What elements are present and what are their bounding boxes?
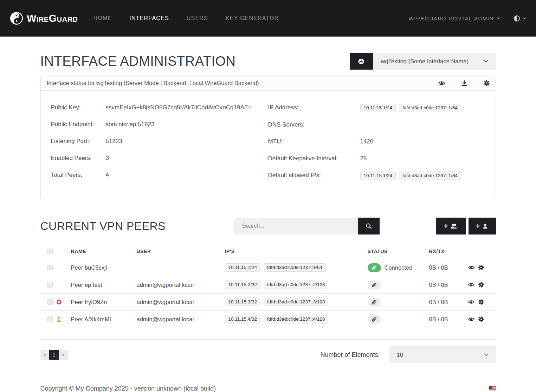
field-label: DNS Servers: <box>268 121 360 129</box>
view-peer-button[interactable] <box>468 264 474 271</box>
edit-peer-button[interactable] <box>478 316 484 322</box>
rxtx-value: 0B / 0B <box>429 316 468 323</box>
total-peers-value: 4 <box>106 171 109 179</box>
table-row: Peer ep test admin@wgportal.local 10.11.… <box>40 276 496 294</box>
plus-sign: + <box>476 222 480 230</box>
ip-badge: 10.11.15.4/32 <box>225 315 261 323</box>
search-button[interactable] <box>358 218 380 234</box>
field-label: IP Address: <box>268 103 360 112</box>
pagination-next[interactable]: » <box>59 350 68 360</box>
ip-badge: fdfd:d3ad:c0de:1237::3/128 <box>264 298 328 306</box>
people-icon <box>450 223 458 230</box>
peer-name: Peer ep test <box>71 282 137 288</box>
rxtx-value: 0B / 0B <box>429 299 468 306</box>
copyright-text: Copyright © My Company 2025 - version un… <box>40 385 216 392</box>
view-config-button[interactable] <box>438 80 445 86</box>
col-header-status: STATUS <box>368 249 429 254</box>
edit-peer-button[interactable] <box>478 265 484 270</box>
peer-name: Peer fryiO9Zn <box>71 299 137 306</box>
nav-home[interactable]: HOME <box>93 15 112 21</box>
field-label: MTU: <box>268 137 360 146</box>
rxtx-value: 0B / 0B <box>429 264 468 271</box>
chevron-down-icon <box>483 58 489 64</box>
page-size-select[interactable]: 10 <box>389 346 496 363</box>
brand-logo[interactable]: WireGuard <box>10 12 78 25</box>
view-peer-button[interactable] <box>468 282 474 288</box>
table-row: Peer buC5cxjl 10.11.15.1/24fdfd:d3ad:c0d… <box>40 259 496 276</box>
pagination: « 1 » <box>40 350 68 360</box>
add-interface-button[interactable] <box>350 53 373 70</box>
add-multiple-peers-button[interactable]: + <box>436 218 466 234</box>
field-label: Public Key: <box>51 103 106 112</box>
download-config-button[interactable] <box>461 80 467 86</box>
row-checkbox[interactable] <box>47 282 53 288</box>
plus-sign: + <box>444 222 448 230</box>
ip-badge: 10.11.15.1/24 <box>360 172 396 180</box>
peer-name: Peer buC5cxjl <box>71 264 137 271</box>
search-icon <box>366 223 372 229</box>
theme-toggle-dropdown[interactable] <box>514 15 526 22</box>
row-checkbox[interactable] <box>47 265 53 270</box>
ip-badge: fdfd:d3ad:c0de:1237::1/64 <box>264 263 326 272</box>
public-key-value: ssvmEeIxG+k8jsNO5G7cq5r/Ak7IiCodAvOyoCg1… <box>106 103 252 112</box>
us-flag-icon[interactable] <box>489 386 496 391</box>
page-title: INTERFACE ADMINISTRATION <box>40 54 236 69</box>
chevron-down-icon <box>483 352 489 358</box>
nav-users[interactable]: USERS <box>187 15 208 21</box>
add-peer-button[interactable]: + <box>469 218 496 234</box>
pagination-page-1[interactable]: 1 <box>49 350 59 360</box>
view-peer-button[interactable] <box>468 316 474 322</box>
view-peer-button[interactable] <box>468 299 474 305</box>
select-all-checkbox[interactable] <box>47 249 53 254</box>
ip-badge: 10.11.15.1/24 <box>225 263 261 272</box>
field-label: Total Peers: <box>51 171 106 179</box>
user-menu-dropdown[interactable]: WIREGUARD PORTAL ADMIN <box>409 15 500 21</box>
listening-port-value: 51823 <box>106 137 122 146</box>
keepalive-value: 25 <box>360 154 367 163</box>
field-label: Public Endpoint: <box>51 120 106 129</box>
row-checkbox[interactable] <box>47 299 53 305</box>
peers-table: NAME USER IP'S STATUS RX/TX Peer buC5cxj… <box>40 244 496 340</box>
ip-badge: 10.11.15.2/32 <box>225 281 261 289</box>
ip-badge: 10.11.15.1/24 <box>360 104 396 112</box>
pagination-prev[interactable]: « <box>40 350 50 360</box>
mtu-value: 1420 <box>360 137 374 146</box>
row-checkbox[interactable] <box>47 316 53 322</box>
disconnected-unlink-icon <box>368 281 381 289</box>
rxtx-value: 0B / 0B <box>429 282 468 288</box>
ip-badge: fdfd:d3ad:c0de:1237::1/64 <box>399 104 461 112</box>
caret-down-icon <box>497 18 500 19</box>
public-endpoint-value: som.nicr.ep:51823 <box>106 120 155 129</box>
peer-user: admin@wgportal.local <box>137 282 225 288</box>
ip-badge: fdfd:d3ad:c0de:1237::4/128 <box>264 315 328 323</box>
wireguard-logo-icon <box>10 12 23 25</box>
disconnected-unlink-icon <box>368 298 381 307</box>
main-nav: HOME INTERFACES USERS KEY GENERATOR <box>93 15 279 21</box>
caret-down-icon <box>523 18 526 19</box>
field-label: Default allowed IPs: <box>268 171 360 180</box>
peer-name: Peer A/Xk4mML <box>71 316 137 323</box>
edit-peer-button[interactable] <box>478 299 484 305</box>
nav-key-generator[interactable]: KEY GENERATOR <box>226 15 279 21</box>
edit-interface-button[interactable] <box>484 80 490 86</box>
navbar: WireGuard HOME INTERFACES USERS KEY GENE… <box>0 0 536 37</box>
table-row: Peer A/Xk4mML admin@wgportal.local 10.11… <box>40 311 496 328</box>
edit-peer-button[interactable] <box>478 282 484 288</box>
search-input[interactable] <box>234 218 358 234</box>
col-header-name: NAME <box>71 249 137 254</box>
enabled-peers-value: 3 <box>106 154 109 162</box>
person-icon <box>482 223 488 229</box>
disconnected-unlink-icon <box>368 315 381 324</box>
interface-select-value: wgTesting (Some Interface Name) <box>381 58 469 65</box>
nav-interfaces[interactable]: INTERFACES <box>129 15 169 21</box>
ip-badge: fdfd:d3ad:c0de:1237::1/64 <box>399 172 461 180</box>
col-header-rxtx: RX/TX <box>429 249 468 254</box>
user-menu-label: WIREGUARD PORTAL ADMIN <box>409 15 494 21</box>
connected-link-icon <box>368 263 381 272</box>
field-label: Enabled Peers: <box>51 154 106 162</box>
field-label: Listening Port: <box>51 137 106 146</box>
peers-title: CURRENT VPN PEERS <box>40 220 166 233</box>
interface-select[interactable]: wgTesting (Some Interface Name) <box>373 53 496 70</box>
status-label: Connected <box>385 264 413 271</box>
interface-status-card: Interface status for wgTesting (Server M… <box>40 76 496 199</box>
